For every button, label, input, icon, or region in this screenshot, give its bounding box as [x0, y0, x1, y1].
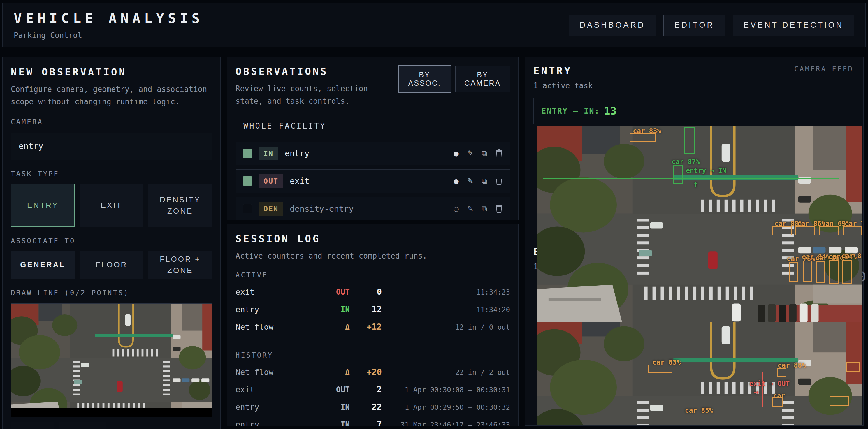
- exit-line-arrow-icon: →: [753, 387, 759, 397]
- middle-column: OBSERVATIONS Review live counts, selecti…: [227, 57, 519, 429]
- panel-title: OBSERVATIONS: [236, 66, 399, 77]
- log-name: exit: [236, 287, 315, 297]
- by-camera-toggle[interactable]: BY CAMERA: [455, 66, 510, 92]
- clear-button[interactable]: CLEAR: [59, 422, 106, 429]
- log-name: Net flow: [236, 368, 315, 376]
- duplicate-icon[interactable]: ⧉: [482, 177, 487, 186]
- task-type-group: ENTRY EXIT DENSITY ZONE: [11, 184, 212, 227]
- status-dot-icon[interactable]: ○: [453, 205, 459, 212]
- entry-feed-subtitle: 1 active task: [533, 81, 863, 90]
- detection-box: [829, 260, 839, 283]
- detection-box: [772, 397, 783, 407]
- log-name: entry: [236, 402, 315, 411]
- panel-title: SESSION LOG: [236, 233, 510, 245]
- task-entry-button[interactable]: ENTRY: [11, 184, 75, 227]
- active-section-label: ACTIVE: [236, 271, 510, 279]
- duplicate-icon[interactable]: ⧉: [482, 204, 487, 213]
- associate-group: GENERAL FLOOR FLOOR + ZONE: [11, 251, 212, 279]
- log-count: 7: [350, 419, 382, 426]
- log-count: 22: [350, 402, 382, 412]
- log-divider: [236, 342, 510, 342]
- detection-box: [648, 365, 673, 373]
- draw-line-canvas[interactable]: [11, 303, 212, 417]
- associate-floor-button[interactable]: FLOOR: [80, 251, 144, 279]
- observation-row-entry[interactable]: IN entry ● ✎ ⧉: [236, 142, 510, 165]
- log-row: entry IN 12 11:34:20: [236, 304, 510, 314]
- camera-select-value: entry: [19, 141, 43, 151]
- panel-title: NEW OBSERVATION: [11, 66, 212, 78]
- nav-event-detection-button[interactable]: EVENT DETECTION: [733, 14, 854, 36]
- log-row: entry IN 7 31 Mar 23:46:17 — 23:46:33: [236, 419, 510, 426]
- entry-count-line: [543, 178, 839, 179]
- camera-select[interactable]: entry: [11, 132, 212, 160]
- detection-label: car 86%: [841, 252, 862, 260]
- session-log-panel: SESSION LOG Active counters and recent c…: [227, 224, 519, 426]
- log-time: 12 in / 0 out: [382, 323, 510, 331]
- delete-icon[interactable]: [495, 204, 503, 213]
- log-tag: Δ: [315, 368, 350, 376]
- panel-description: Active counters and recent completed run…: [236, 250, 510, 262]
- log-tag: IN: [315, 420, 350, 426]
- task-density-zone-button[interactable]: DENSITY ZONE: [148, 184, 212, 227]
- undo-button[interactable]: UNDO: [11, 422, 54, 429]
- by-assoc-toggle[interactable]: BY ASSOC.: [399, 66, 451, 92]
- entry-camera-feed: entry → IN ↑ car 87% car 83% car 88% car…: [537, 126, 862, 322]
- associate-to-label: ASSOCIATE TO: [11, 237, 212, 245]
- log-row: exit OUT 0 11:34:23: [236, 287, 510, 297]
- app-subtitle: Parking Control: [14, 31, 204, 40]
- detection-box: [789, 262, 798, 282]
- log-tag: Δ: [315, 323, 350, 331]
- row-checkbox[interactable]: [243, 176, 252, 186]
- app-title-block: VEHICLE ANALYSIS Parking Control: [14, 10, 204, 40]
- tracked-vehicle-box: [673, 165, 683, 184]
- top-nav: DASHBOARD EDITOR EVENT DETECTION: [569, 14, 854, 36]
- panel-description: Configure camera, geometry, and associat…: [11, 83, 212, 108]
- nav-editor-button[interactable]: EDITOR: [663, 14, 725, 36]
- observation-name: entry: [285, 149, 309, 158]
- log-row: Net flow Δ +12 12 in / 0 out: [236, 322, 510, 332]
- associate-general-button[interactable]: GENERAL: [11, 251, 75, 279]
- draw-actions: UNDO CLEAR: [11, 422, 212, 429]
- entry-line-label: entry → IN: [686, 167, 726, 174]
- direction-badge: OUT: [258, 174, 283, 188]
- app-title: VEHICLE ANALYSIS: [14, 10, 204, 26]
- camera-label: CAMERA: [11, 118, 212, 126]
- log-time: 1 Apr 00:30:08 — 00:30:31: [382, 386, 510, 394]
- observation-row-density-entry[interactable]: DEN density-entry ○ ✎ ⧉: [236, 197, 510, 220]
- view-toggles: BY ASSOC. BY CAMERA: [399, 66, 510, 92]
- camera-feed-panel: ENTRY CAMERA FEED 1 active task ENTRY — …: [525, 57, 864, 426]
- duplicate-icon[interactable]: ⧉: [482, 149, 487, 158]
- log-name: exit: [236, 385, 315, 394]
- history-section-label: HISTORY: [236, 351, 510, 359]
- row-checkbox[interactable]: [243, 149, 252, 158]
- status-dot-icon[interactable]: ●: [453, 150, 459, 157]
- log-tag: IN: [315, 305, 350, 314]
- edit-icon[interactable]: ✎: [467, 177, 474, 185]
- draw-line-label: DRAW LINE (0/2 POINTS): [11, 289, 212, 297]
- entry-line-arrow-icon: ↑: [693, 179, 699, 189]
- log-name: entry: [236, 305, 315, 314]
- detection-box: [819, 226, 839, 236]
- log-time: 11:34:23: [382, 288, 510, 297]
- exit-count-line: [762, 372, 763, 407]
- log-row: Net flow Δ +20 22 in / 2 out: [236, 367, 510, 377]
- log-tag: IN: [315, 403, 350, 411]
- edit-icon[interactable]: ✎: [467, 149, 474, 158]
- detection-box: [816, 261, 825, 283]
- aerial-preview-image: [11, 304, 212, 408]
- row-checkbox[interactable]: [243, 204, 252, 213]
- status-dot-icon[interactable]: ●: [453, 178, 459, 185]
- panel-description: Review live counts, selection state, and…: [236, 83, 399, 108]
- observation-row-exit[interactable]: OUT exit ● ✎ ⧉: [236, 169, 510, 193]
- observation-name: density-entry: [290, 204, 353, 214]
- log-time: 1 Apr 00:29:50 — 00:30:32: [382, 403, 510, 411]
- edit-icon[interactable]: ✎: [467, 204, 474, 213]
- delete-icon[interactable]: [495, 177, 503, 185]
- log-name: entry: [236, 420, 315, 426]
- observation-list: IN entry ● ✎ ⧉ OUT exit ● ✎: [236, 142, 510, 220]
- associate-floor-zone-button[interactable]: FLOOR + ZONE: [148, 251, 212, 279]
- task-exit-button[interactable]: EXIT: [80, 184, 144, 227]
- nav-dashboard-button[interactable]: DASHBOARD: [569, 14, 656, 36]
- delete-icon[interactable]: [495, 149, 503, 158]
- log-count: 2: [350, 385, 382, 394]
